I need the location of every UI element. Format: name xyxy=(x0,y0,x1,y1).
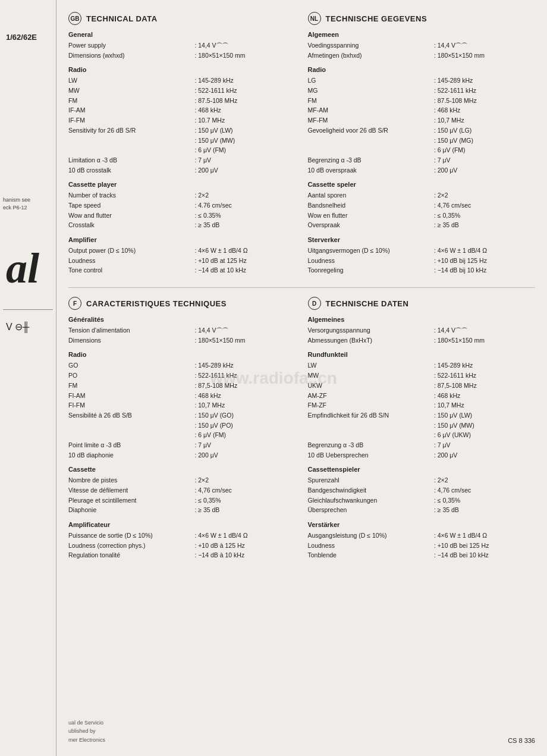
table-row: Loudness +10 dB at 125 Hz xyxy=(68,256,296,266)
value: +10 dB at 125 Hz xyxy=(193,256,295,266)
table-row: AM-ZF 468 kHz xyxy=(308,391,536,401)
value: 150 μV (PO) xyxy=(193,421,295,431)
label: Loudness (correction phys.) xyxy=(68,541,193,551)
value: 14,4 V⏜⏜ xyxy=(433,40,535,51)
f-radio-table: GO 145-289 kHz PO 522-1611 kHz FM 87,5-1… xyxy=(68,360,296,460)
f-amplifier-table: Puissance de sortie (D ≤ 10%) 4×6 W ± 1 … xyxy=(68,531,296,560)
table-row: MG 522-1611 kHz xyxy=(308,86,536,96)
label: Loudness xyxy=(308,256,433,266)
footer-model: CS 8 336 xyxy=(508,737,535,744)
label: Tension d'alimentation xyxy=(68,325,193,335)
value: 468 kHz xyxy=(433,391,535,401)
value: 150 μV (MW) xyxy=(433,421,535,431)
value: 6 μV (FM) xyxy=(193,145,295,155)
value: 2×2 xyxy=(433,190,535,200)
table-row: FM-ZF 10,7 MHz xyxy=(308,400,536,410)
table-row: Dimensions 180×51×150 mm xyxy=(68,335,296,346)
table-row: Point limite α -3 dB 7 μV xyxy=(68,440,296,450)
d-badge: D xyxy=(308,297,321,310)
value: 180×51×150 mm xyxy=(433,51,535,61)
value: 522-1611 kHz xyxy=(193,86,295,96)
d-cassette-table: Spurenzahl 2×2 Bandgeschwindigkeit 4,76 … xyxy=(308,475,536,515)
table-row: Bandsnelheid 4,76 cm/sec xyxy=(308,200,536,211)
gb-radio-title: Radio xyxy=(68,66,296,73)
label: Power supply xyxy=(68,40,193,51)
sidebar-ref: hanism see eck P6-12 xyxy=(3,196,30,211)
value: 145-289 kHz xyxy=(193,76,295,86)
f-cassette-table: Nombre de pistes 2×2 Vitesse de défileme… xyxy=(68,475,296,515)
label: Regulation tonalité xyxy=(68,550,193,560)
value: 2×2 xyxy=(193,190,295,200)
label: FM xyxy=(68,381,193,391)
d-general-table: Versorgungsspannung 14,4 V⏜⏜ Abmessungen… xyxy=(308,325,536,345)
value: 87.5-108 MHz xyxy=(193,96,295,106)
table-row: 6 μV (FM) xyxy=(68,430,296,440)
value: 87,5-108 MHz xyxy=(433,381,535,391)
label: Bandgeschwindigkeit xyxy=(308,485,433,495)
table-row: MF-FM 10,7 MHz xyxy=(308,115,536,126)
table-row: 6 μV (FM) xyxy=(68,145,296,155)
table-row: Wow and flutter ≤ 0.35% xyxy=(68,211,296,221)
table-row: Empfindlichkeit für 26 dB S/N 150 μV (LW… xyxy=(308,410,536,421)
f-title: CARACTERISTIQUES TECHNIQUES xyxy=(86,299,227,308)
label xyxy=(68,136,193,146)
label: IF-FM xyxy=(68,115,193,126)
value: ≤ 0.35% xyxy=(193,211,295,221)
sidebar-symbol: V ⊖╫ xyxy=(6,321,29,332)
label: IF-AM xyxy=(68,105,193,115)
bottom-section: F CARACTERISTIQUES TECHNIQUES Généralité… xyxy=(68,297,535,560)
label: Begrenzing α -3 dB xyxy=(308,155,433,165)
value: +10 dB bei 125 Hz xyxy=(433,541,535,551)
section-divider xyxy=(68,287,535,288)
table-row: LW 145-289 kHz xyxy=(308,360,536,371)
value: −14 dB bij 10 kHz xyxy=(433,265,535,275)
value: 10.7 MHz xyxy=(193,115,295,126)
table-row: MF-AM 468 kHz xyxy=(308,105,536,115)
value: −14 dB à 10 kHz xyxy=(193,550,295,560)
table-row: LG 145-289 kHz xyxy=(308,76,536,86)
table-row: 150 μV (MW) xyxy=(308,421,536,431)
f-column: F CARACTERISTIQUES TECHNIQUES Généralité… xyxy=(68,297,296,560)
label: MF-AM xyxy=(308,105,433,115)
table-row: Overspraak ≥ 35 dB xyxy=(308,220,536,230)
label xyxy=(308,421,433,431)
table-row: GO 145-289 kHz xyxy=(68,360,296,371)
value: 180×51×150 mm xyxy=(193,51,295,61)
value: 4,76 cm/sec xyxy=(193,485,295,495)
d-column: D TECHNISCHE DATEN Algemeines Versorgung… xyxy=(308,297,536,560)
d-radio-table: LW 145-289 kHz MW 522-1611 kHz UKW 87,5-… xyxy=(308,360,536,460)
label: Sensibilité à 26 dB S/B xyxy=(68,410,193,421)
label: Uitgangsvermogen (D ≤ 10%) xyxy=(308,246,433,256)
table-row: Loudness (correction phys.) +10 dB à 125… xyxy=(68,541,296,551)
main-content: GB TECHNICAL DATA General Power supply 1… xyxy=(56,0,547,572)
table-row: 10 dB Uebersprechen 200 μV xyxy=(308,450,536,460)
table-row: 10 dB diaphonie 200 μV xyxy=(68,450,296,460)
value: 14,4 V⏜⏜ xyxy=(193,325,295,335)
value: 4×6 W ± 1 dB/4 Ω xyxy=(193,246,295,256)
label: Wow and flutter xyxy=(68,211,193,221)
f-cassette-title: Cassette xyxy=(68,466,296,473)
table-row: Spurenzahl 2×2 xyxy=(308,475,536,485)
table-row: FM 87,5-108 MHz xyxy=(68,381,296,391)
label: Übersprechen xyxy=(308,505,433,515)
value: 522-1611 kHz xyxy=(193,371,295,381)
gb-cassette-table: Number of tracks 2×2 Tape speed 4.76 cm/… xyxy=(68,190,296,230)
label: MG xyxy=(308,86,433,96)
table-row: Number of tracks 2×2 xyxy=(68,190,296,200)
label: UKW xyxy=(308,381,433,391)
value: 200 μV xyxy=(433,450,535,460)
table-row: Tone control −14 dB at 10 kHz xyxy=(68,265,296,275)
table-row: Vitesse de défilement 4,76 cm/sec xyxy=(68,485,296,495)
nl-badge: NL xyxy=(308,12,321,25)
nl-amplifier-title: Sterverker xyxy=(308,236,536,243)
table-row: 10 dB crosstalk 200 μV xyxy=(68,165,296,175)
table-row: Power supply 14,4 V⏜⏜ xyxy=(68,40,296,51)
value: 10,7 MHz xyxy=(433,400,535,410)
table-row: LW 145-289 kHz xyxy=(68,76,296,86)
nl-cassette-table: Aantal sporen 2×2 Bandsnelheid 4,76 cm/s… xyxy=(308,190,536,230)
d-amplifier-table: Ausgangsleistung (D ≤ 10%) 4×6 W ± 1 dB/… xyxy=(308,531,536,560)
gb-title: TECHNICAL DATA xyxy=(86,14,158,23)
label: PO xyxy=(68,371,193,381)
label: AM-ZF xyxy=(308,391,433,401)
table-row: 6 μV (FM) xyxy=(308,145,536,155)
